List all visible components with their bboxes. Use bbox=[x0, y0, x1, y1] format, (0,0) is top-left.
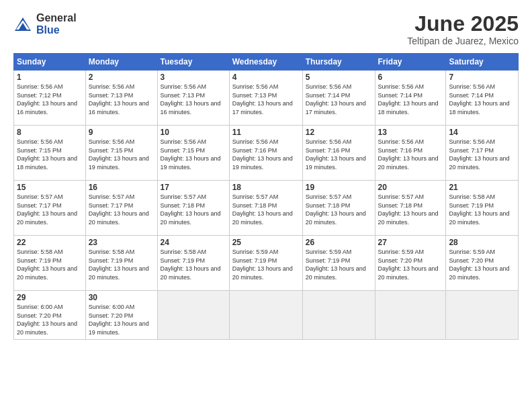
day-info: Sunrise: 5:56 AMSunset: 7:14 PMDaylight:… bbox=[449, 83, 515, 116]
day-number: 8 bbox=[17, 128, 83, 137]
table-row: 11Sunrise: 5:56 AMSunset: 7:16 PMDayligh… bbox=[229, 126, 302, 181]
table-row: 12Sunrise: 5:56 AMSunset: 7:16 PMDayligh… bbox=[302, 126, 375, 181]
day-number: 11 bbox=[232, 128, 300, 137]
day-number: 5 bbox=[306, 73, 372, 82]
day-number: 24 bbox=[161, 238, 226, 247]
day-info: Sunrise: 5:56 AMSunset: 7:12 PMDaylight:… bbox=[17, 83, 83, 116]
day-number: 7 bbox=[449, 73, 515, 82]
table-row: 30Sunrise: 6:00 AMSunset: 7:20 PMDayligh… bbox=[85, 291, 157, 339]
title-block: June 2025 Teltipan de Juarez, Mexico bbox=[407, 12, 519, 46]
day-number: 6 bbox=[378, 73, 443, 82]
table-row: 3Sunrise: 5:56 AMSunset: 7:13 PMDaylight… bbox=[157, 71, 229, 126]
table-row: 29Sunrise: 6:00 AMSunset: 7:20 PMDayligh… bbox=[14, 291, 86, 339]
col-tuesday: Tuesday bbox=[157, 54, 229, 71]
day-info: Sunrise: 6:00 AMSunset: 7:20 PMDaylight:… bbox=[17, 303, 83, 336]
day-info: Sunrise: 5:58 AMSunset: 7:19 PMDaylight:… bbox=[161, 248, 226, 281]
table-row: 24Sunrise: 5:58 AMSunset: 7:19 PMDayligh… bbox=[157, 236, 229, 291]
day-info: Sunrise: 5:59 AMSunset: 7:20 PMDaylight:… bbox=[449, 248, 515, 281]
day-number: 22 bbox=[17, 238, 83, 247]
location-subtitle: Teltipan de Juarez, Mexico bbox=[407, 36, 519, 46]
table-row: 25Sunrise: 5:59 AMSunset: 7:19 PMDayligh… bbox=[229, 236, 302, 291]
day-info: Sunrise: 5:58 AMSunset: 7:19 PMDaylight:… bbox=[89, 248, 154, 281]
day-number: 23 bbox=[89, 238, 154, 247]
day-info: Sunrise: 5:56 AMSunset: 7:16 PMDaylight:… bbox=[378, 138, 443, 171]
day-info: Sunrise: 5:57 AMSunset: 7:18 PMDaylight:… bbox=[378, 193, 443, 226]
table-row: 2Sunrise: 5:56 AMSunset: 7:13 PMDaylight… bbox=[85, 71, 157, 126]
table-row: 18Sunrise: 5:57 AMSunset: 7:18 PMDayligh… bbox=[229, 181, 302, 236]
day-number: 13 bbox=[378, 128, 443, 137]
day-info: Sunrise: 5:59 AMSunset: 7:20 PMDaylight:… bbox=[378, 248, 443, 281]
table-row: 7Sunrise: 5:56 AMSunset: 7:14 PMDaylight… bbox=[446, 71, 519, 126]
table-row: 17Sunrise: 5:57 AMSunset: 7:18 PMDayligh… bbox=[157, 181, 229, 236]
day-number: 17 bbox=[161, 183, 226, 192]
day-number: 18 bbox=[232, 183, 300, 192]
table-row: 13Sunrise: 5:56 AMSunset: 7:16 PMDayligh… bbox=[375, 126, 446, 181]
day-number: 2 bbox=[89, 73, 154, 82]
logo: General Blue bbox=[13, 12, 77, 36]
col-sunday: Sunday bbox=[14, 54, 86, 71]
day-info: Sunrise: 5:58 AMSunset: 7:19 PMDaylight:… bbox=[17, 248, 83, 281]
calendar-header-row: Sunday Monday Tuesday Wednesday Thursday… bbox=[14, 54, 519, 71]
table-row: 20Sunrise: 5:57 AMSunset: 7:18 PMDayligh… bbox=[375, 181, 446, 236]
day-number: 10 bbox=[161, 128, 226, 137]
day-info: Sunrise: 5:56 AMSunset: 7:13 PMDaylight:… bbox=[161, 83, 226, 116]
table-row: 9Sunrise: 5:56 AMSunset: 7:15 PMDaylight… bbox=[85, 126, 157, 181]
col-saturday: Saturday bbox=[446, 54, 519, 71]
day-number: 1 bbox=[17, 73, 83, 82]
col-monday: Monday bbox=[85, 54, 157, 71]
day-number: 9 bbox=[89, 128, 154, 137]
day-info: Sunrise: 5:56 AMSunset: 7:14 PMDaylight:… bbox=[378, 83, 443, 116]
day-info: Sunrise: 5:56 AMSunset: 7:15 PMDaylight:… bbox=[89, 138, 154, 171]
day-number: 25 bbox=[232, 238, 300, 247]
table-row: 1Sunrise: 5:56 AMSunset: 7:12 PMDaylight… bbox=[14, 71, 86, 126]
table-row: 10Sunrise: 5:56 AMSunset: 7:15 PMDayligh… bbox=[157, 126, 229, 181]
day-number: 29 bbox=[17, 293, 83, 302]
day-number: 20 bbox=[378, 183, 443, 192]
col-wednesday: Wednesday bbox=[229, 54, 302, 71]
day-info: Sunrise: 5:56 AMSunset: 7:14 PMDaylight:… bbox=[306, 83, 372, 116]
table-row: 8Sunrise: 5:56 AMSunset: 7:15 PMDaylight… bbox=[14, 126, 86, 181]
day-info: Sunrise: 5:57 AMSunset: 7:18 PMDaylight:… bbox=[232, 193, 300, 226]
table-row bbox=[375, 291, 446, 339]
table-row bbox=[446, 291, 519, 339]
table-row bbox=[157, 291, 229, 339]
table-row: 19Sunrise: 5:57 AMSunset: 7:18 PMDayligh… bbox=[302, 181, 375, 236]
day-info: Sunrise: 5:59 AMSunset: 7:19 PMDaylight:… bbox=[306, 248, 372, 281]
day-info: Sunrise: 5:56 AMSunset: 7:16 PMDaylight:… bbox=[306, 138, 372, 171]
day-number: 16 bbox=[89, 183, 154, 192]
day-number: 21 bbox=[449, 183, 515, 192]
day-number: 12 bbox=[306, 128, 372, 137]
day-info: Sunrise: 5:56 AMSunset: 7:15 PMDaylight:… bbox=[17, 138, 83, 171]
day-number: 15 bbox=[17, 183, 83, 192]
table-row: 28Sunrise: 5:59 AMSunset: 7:20 PMDayligh… bbox=[446, 236, 519, 291]
table-row: 27Sunrise: 5:59 AMSunset: 7:20 PMDayligh… bbox=[375, 236, 446, 291]
table-row: 6Sunrise: 5:56 AMSunset: 7:14 PMDaylight… bbox=[375, 71, 446, 126]
col-friday: Friday bbox=[375, 54, 446, 71]
day-info: Sunrise: 6:00 AMSunset: 7:20 PMDaylight:… bbox=[89, 303, 154, 336]
day-info: Sunrise: 5:57 AMSunset: 7:18 PMDaylight:… bbox=[306, 193, 372, 226]
day-info: Sunrise: 5:56 AMSunset: 7:16 PMDaylight:… bbox=[232, 138, 300, 171]
table-row: 5Sunrise: 5:56 AMSunset: 7:14 PMDaylight… bbox=[302, 71, 375, 126]
day-number: 27 bbox=[378, 238, 443, 247]
table-row bbox=[229, 291, 302, 339]
month-title: June 2025 bbox=[407, 12, 519, 36]
day-info: Sunrise: 5:56 AMSunset: 7:17 PMDaylight:… bbox=[449, 138, 515, 171]
day-info: Sunrise: 5:56 AMSunset: 7:13 PMDaylight:… bbox=[232, 83, 300, 116]
day-info: Sunrise: 5:56 AMSunset: 7:13 PMDaylight:… bbox=[89, 83, 154, 116]
col-thursday: Thursday bbox=[302, 54, 375, 71]
logo-general-text: General bbox=[36, 12, 77, 24]
table-row: 4Sunrise: 5:56 AMSunset: 7:13 PMDaylight… bbox=[229, 71, 302, 126]
logo-text: General Blue bbox=[36, 12, 77, 36]
table-row: 23Sunrise: 5:58 AMSunset: 7:19 PMDayligh… bbox=[85, 236, 157, 291]
logo-blue-text: Blue bbox=[36, 24, 77, 36]
table-row: 16Sunrise: 5:57 AMSunset: 7:17 PMDayligh… bbox=[85, 181, 157, 236]
table-row: 15Sunrise: 5:57 AMSunset: 7:17 PMDayligh… bbox=[14, 181, 86, 236]
logo-icon bbox=[13, 15, 32, 34]
header: General Blue June 2025 Teltipan de Juare… bbox=[13, 12, 519, 46]
day-number: 28 bbox=[449, 238, 515, 247]
day-number: 26 bbox=[306, 238, 372, 247]
day-info: Sunrise: 5:56 AMSunset: 7:15 PMDaylight:… bbox=[161, 138, 226, 171]
day-number: 14 bbox=[449, 128, 515, 137]
day-number: 4 bbox=[232, 73, 300, 82]
day-info: Sunrise: 5:57 AMSunset: 7:18 PMDaylight:… bbox=[161, 193, 226, 226]
